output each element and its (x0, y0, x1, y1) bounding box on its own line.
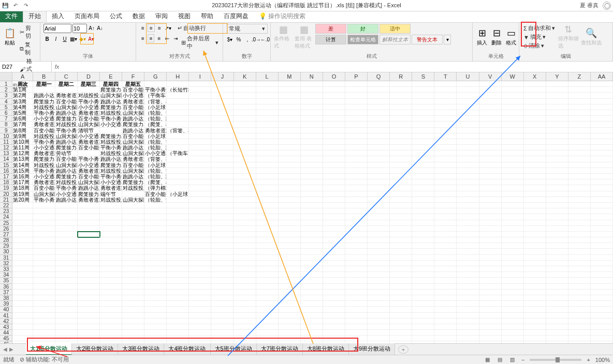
cell[interactable] (546, 145, 568, 150)
col-header[interactable]: V (479, 72, 502, 81)
cell[interactable] (211, 128, 233, 133)
row-header[interactable]: 6 (0, 110, 12, 116)
cell[interactable] (502, 313, 524, 318)
cell[interactable]: 百变小能手 (122, 162, 144, 168)
cell[interactable] (78, 255, 100, 261)
cell[interactable] (122, 330, 144, 336)
cell[interactable]: 第13周 (12, 156, 33, 162)
cell[interactable] (211, 87, 233, 93)
redo-icon[interactable]: ↷ (23, 3, 29, 9)
cell[interactable] (479, 203, 502, 208)
cell[interactable] (434, 261, 457, 266)
cell[interactable]: 爬笼接力赛 (100, 87, 122, 93)
cell[interactable] (390, 168, 412, 174)
cell[interactable] (524, 122, 546, 127)
cell[interactable] (457, 139, 479, 145)
cell[interactable] (591, 324, 613, 330)
cell[interactable] (568, 87, 591, 93)
cell[interactable] (412, 104, 434, 110)
cell[interactable] (189, 272, 211, 278)
row-header[interactable]: 15 (0, 162, 12, 168)
cell[interactable] (591, 197, 613, 203)
cell[interactable] (55, 272, 78, 278)
cell[interactable] (479, 156, 502, 162)
cell[interactable] (434, 255, 457, 261)
cell[interactable] (390, 191, 412, 197)
insert-cells-button[interactable]: ⊞插入 (476, 24, 488, 50)
cell[interactable] (479, 232, 502, 237)
cell[interactable] (568, 295, 591, 301)
cell[interactable] (479, 104, 502, 110)
cell[interactable] (345, 255, 368, 261)
cell[interactable] (211, 104, 233, 110)
cell[interactable] (301, 110, 323, 116)
cell[interactable] (368, 197, 390, 203)
cell[interactable] (211, 162, 233, 168)
cell[interactable] (55, 220, 78, 226)
find-select-button[interactable]: 🔍查找和选 (581, 24, 602, 50)
cell[interactable] (33, 255, 55, 261)
sheet-tab[interactable]: 大8班分散运动 (303, 343, 349, 355)
cell[interactable] (233, 133, 256, 139)
cell[interactable] (211, 208, 233, 214)
cell[interactable]: 星期三 (78, 81, 100, 87)
cell[interactable] (390, 313, 412, 318)
cell[interactable] (457, 99, 479, 104)
col-header[interactable]: N (301, 72, 323, 81)
cell[interactable] (591, 243, 613, 249)
cell[interactable] (233, 203, 256, 208)
cell[interactable] (189, 150, 211, 156)
cell[interactable] (256, 162, 279, 168)
cell[interactable] (479, 278, 502, 283)
cell[interactable] (301, 307, 323, 312)
cell[interactable] (368, 110, 390, 116)
cell[interactable]: 山洞大探险 (100, 93, 122, 98)
cell[interactable] (568, 162, 591, 168)
cell[interactable] (390, 174, 412, 179)
cell[interactable]: 小小交通车 (78, 133, 100, 139)
cell[interactable] (457, 185, 479, 191)
cell[interactable] (524, 174, 546, 179)
cell[interactable] (568, 255, 591, 261)
cell[interactable] (301, 266, 323, 272)
cell[interactable] (568, 318, 591, 324)
cell[interactable] (434, 278, 457, 283)
cell[interactable] (546, 284, 568, 290)
col-header[interactable]: S (412, 72, 434, 81)
font-size-input[interactable] (72, 24, 87, 33)
cell[interactable] (368, 87, 390, 93)
cell[interactable]: 第18周 (12, 185, 33, 191)
cell[interactable] (345, 122, 368, 127)
cell[interactable] (100, 301, 122, 307)
cell[interactable] (122, 278, 144, 283)
cell[interactable] (390, 116, 412, 122)
cell[interactable] (301, 185, 323, 191)
tab-data[interactable]: 数据 (127, 10, 150, 22)
cell[interactable] (412, 214, 434, 220)
cell[interactable] (33, 284, 55, 290)
cell[interactable] (211, 214, 233, 220)
row-header[interactable]: 11 (0, 139, 12, 145)
cell[interactable] (546, 110, 568, 116)
cell[interactable] (167, 243, 189, 249)
conditional-format-button[interactable]: ▦条件格式 (274, 24, 293, 50)
italic-button[interactable]: I (52, 35, 60, 43)
cell[interactable] (368, 290, 390, 295)
cell[interactable] (189, 307, 211, 312)
cell[interactable] (189, 128, 211, 133)
cell[interactable] (457, 116, 479, 122)
cell[interactable] (78, 243, 100, 249)
cell[interactable] (189, 203, 211, 208)
cell[interactable]: 跑跳小达人 (33, 93, 55, 98)
cell[interactable] (211, 284, 233, 290)
row-header[interactable]: 26 (0, 226, 12, 232)
cell[interactable] (100, 226, 122, 232)
cell[interactable] (211, 191, 233, 197)
cell[interactable] (345, 150, 368, 156)
cell[interactable] (568, 116, 591, 122)
border-button[interactable]: ▦▾ (70, 35, 77, 43)
cell[interactable] (546, 128, 568, 133)
cell[interactable] (256, 145, 279, 150)
cell[interactable] (591, 272, 613, 278)
cell[interactable] (390, 208, 412, 214)
